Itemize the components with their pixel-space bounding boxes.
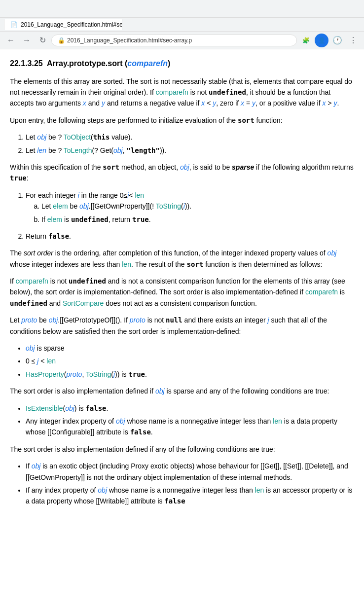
para-proto: Let proto be obj.[[GetPrototypeOf]](). I…: [10, 315, 354, 337]
tab-page-icon: 📄: [10, 21, 18, 28]
obj-italic-1: obj: [37, 133, 46, 141]
menu-button[interactable]: ⋮: [346, 34, 360, 47]
null-bold: null: [166, 316, 182, 324]
hasproperty-link[interactable]: HasProperty: [26, 370, 64, 378]
len-link-2[interactable]: len: [122, 260, 131, 268]
true-bold-1: true: [10, 174, 27, 182]
forward-button[interactable]: →: [20, 34, 34, 47]
obj-italic-3: obj: [180, 163, 189, 171]
profile-button[interactable]: 👤: [315, 34, 328, 47]
obj-italic-9: obj: [65, 404, 74, 412]
para-comparefn-check: If comparefn is not undefined and is not…: [10, 276, 354, 309]
undefined-bold-2: undefined: [71, 215, 109, 223]
obj-italic-8: obj: [155, 387, 165, 395]
false-bold-4: false: [164, 497, 185, 505]
sort-order-italic: sort order: [24, 249, 53, 257]
proto-italic-2: proto: [130, 316, 146, 324]
i-italic-2: i: [127, 191, 129, 199]
length-string: "length": [126, 146, 159, 154]
true-bold-3: true: [128, 370, 145, 378]
section-title-end: ): [168, 59, 170, 68]
impl-bullet-2: If any index property of obj whose name …: [26, 485, 354, 507]
sparse-bullet-1: IsExtensible(obj) is false.: [26, 403, 354, 414]
elem-link-2[interactable]: elem: [47, 215, 62, 223]
active-tab[interactable]: 📄 2016_Language_Specification.html#sec-a…: [4, 19, 122, 30]
x-italic-1: x: [83, 99, 86, 107]
comparefn-link-2[interactable]: comparefn: [16, 277, 48, 285]
true-bold-2: true: [132, 215, 149, 223]
len-link-3[interactable]: len: [46, 357, 56, 365]
obj-italic-4: obj: [79, 202, 89, 210]
x-italic-4: x: [322, 99, 326, 107]
obj-italic-7: obj: [26, 344, 35, 352]
len-link-5[interactable]: len: [255, 486, 264, 494]
sparse-conditions-list: IsExtensible(obj) is false. Any integer …: [10, 403, 354, 438]
sparse-italic: sparse: [232, 163, 254, 171]
isextensible-link[interactable]: IsExtensible: [26, 404, 63, 412]
sparse-sub-a: Let elem be obj.[[GetOwnProperty]](! ToS…: [41, 201, 354, 212]
para-within-spec: Within this specification of the sort me…: [10, 162, 354, 184]
sortcompare-link[interactable]: SortCompare: [63, 299, 104, 307]
section-title-plain: Array.prototype.sort (: [47, 59, 127, 68]
elem-link-1[interactable]: elem: [53, 202, 68, 210]
j-italic-3: j: [113, 370, 115, 378]
false-bold-1: false: [48, 232, 69, 240]
history-button[interactable]: 🕐: [330, 34, 344, 47]
obj-italic-6: obj: [49, 316, 58, 324]
section-number: 22.1.3.25: [10, 59, 43, 68]
comparefn-link-heading[interactable]: comparefn: [127, 59, 168, 68]
y-italic-4: y: [333, 99, 337, 107]
undefined-1: undefined: [209, 88, 246, 96]
extensions-button[interactable]: 🧩: [299, 34, 313, 47]
sparse-bullet-2: Any integer index property of obj whose …: [26, 416, 354, 438]
len-link-4[interactable]: len: [273, 417, 282, 425]
proto-conditions-list: obj is sparse 0 ≤ j < len HasProperty(pr…: [10, 343, 354, 380]
nav-bar: ← → ↻ 🔒 2016_Language_Specification.html…: [0, 32, 364, 49]
tostring-link-1[interactable]: ToString: [156, 202, 181, 210]
j-italic: j: [268, 316, 269, 324]
impl-bullet-1: If obj is an exotic object (including Pr…: [26, 461, 354, 483]
step-2: Let len be ? ToLength(? Get(obj, "length…: [26, 145, 354, 156]
tab-title: 2016_Language_Specification.html#sec-arr…: [21, 21, 122, 28]
security-icon: 🔒: [58, 37, 65, 44]
len-link-1[interactable]: len: [135, 191, 144, 199]
proto-bullet-1: obj is sparse: [26, 343, 354, 354]
sort-bold-2: sort: [103, 163, 119, 171]
x-italic-2: x: [201, 99, 205, 107]
proto-bullet-3: HasProperty(proto, ToString(j)) is true.: [26, 369, 354, 380]
len-italic-1: len: [37, 146, 46, 154]
proto-bullet-2: 0 ≤ j < len: [26, 356, 354, 366]
para-sort-impl-sparse: The sort order is also implementation de…: [10, 386, 354, 396]
browser-chrome: [0, 0, 364, 18]
comparefn-link-3[interactable]: comparefn: [305, 288, 338, 296]
x-italic-3: x: [241, 99, 244, 107]
sparse-sub-b: If elem is undefined, return true.: [41, 214, 354, 225]
tab-bar: 📄 2016_Language_Specification.html#sec-a…: [0, 18, 364, 32]
undefined-bold-4: undefined: [10, 299, 47, 307]
sparse-sub-list: Let elem be obj.[[GetOwnProperty]](! ToS…: [26, 201, 354, 225]
false-bold-2: false: [85, 404, 106, 412]
obj-italic-11: obj: [32, 462, 41, 470]
section-heading: 22.1.3.25 Array.prototype.sort (comparef…: [10, 57, 354, 70]
back-button[interactable]: ←: [4, 34, 18, 47]
impl-conditions-list: If obj is an exotic object (including Pr…: [10, 461, 354, 507]
tostring-link-2[interactable]: ToString: [86, 370, 111, 378]
para-sort-impl-conditions: The sort order is also implementation de…: [10, 444, 354, 455]
para-sort-order: The sort order is the ordering, after co…: [10, 248, 354, 270]
url-bar[interactable]: 🔒 2016_Language_Specification.html#sec-a…: [51, 35, 297, 46]
obj-italic-12: obj: [98, 486, 107, 494]
sort-bold-1: sort: [238, 116, 255, 124]
tolength-link[interactable]: ToLength: [64, 146, 92, 154]
obj-italic-10: obj: [116, 417, 125, 425]
comparefn-link-1[interactable]: comparefn: [156, 88, 188, 96]
toobject-link[interactable]: ToObject: [64, 133, 91, 141]
sparse-step-2: Return false.: [26, 231, 354, 242]
i-italic-3: i: [183, 202, 185, 210]
i-italic-1: i: [78, 191, 79, 199]
sparse-algo-list: For each integer i in the range 0≤i< len…: [10, 190, 354, 242]
url-text: 2016_Language_Specification.html#sec-arr…: [67, 37, 192, 44]
refresh-button[interactable]: ↻: [36, 34, 49, 47]
proto-italic-3: proto: [66, 370, 82, 378]
para-intro: The elements of this array are sorted. T…: [10, 76, 354, 109]
y-italic-2: y: [213, 99, 216, 107]
